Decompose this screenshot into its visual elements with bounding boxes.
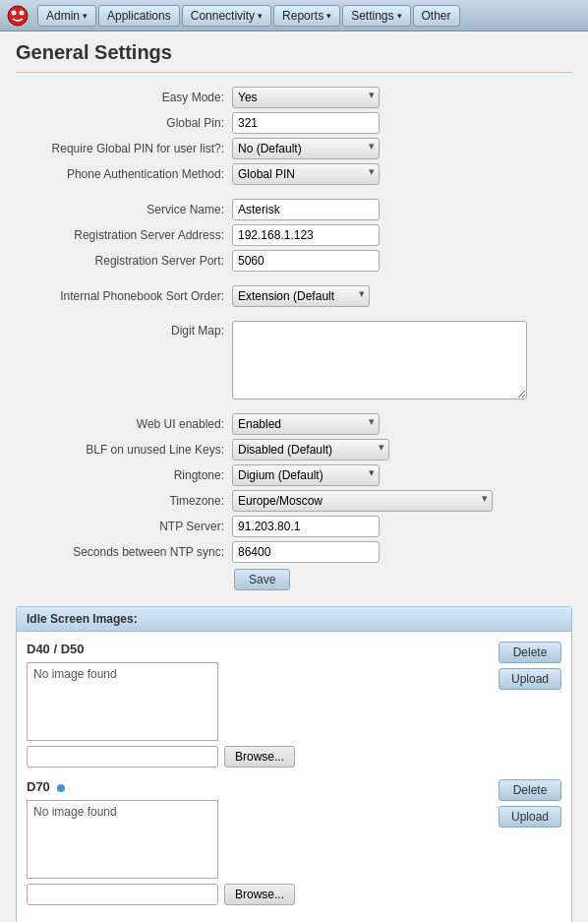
nav-settings[interactable]: Settings ▾ (342, 5, 410, 27)
nav-connectivity[interactable]: Connectivity ▾ (182, 5, 271, 27)
phonebook-sort-wrapper: Extension (Default Name (232, 285, 370, 307)
file-input-d70 (27, 884, 218, 905)
easy-mode-row: Easy Mode: Yes No (16, 87, 572, 108)
phone-auth-row: Phone Authentication Method: Global PIN … (16, 163, 572, 185)
ringtone-row: Ringtone: Digium (Default) None (16, 464, 572, 486)
require-pin-label: Require Global PIN for user list?: (16, 142, 232, 155)
logo (4, 2, 31, 30)
image-preview-d40: No image found (27, 662, 218, 741)
svg-point-0 (8, 6, 28, 26)
easy-mode-label: Easy Mode: (16, 91, 232, 104)
reg-server-label: Registration Server Address: (16, 228, 232, 242)
general-settings-form: Easy Mode: Yes No Global Pin: Require Gl… (16, 87, 572, 590)
ringtone-select-wrapper: Digium (Default) None (232, 464, 380, 486)
blf-row: BLF on unused Line Keys: Disabled (Defau… (16, 439, 572, 461)
chevron-down-icon: ▾ (258, 11, 263, 21)
action-btns-d70: Delete Upload (499, 779, 561, 828)
web-ui-select-wrapper: Enabled Disabled (232, 413, 380, 435)
require-pin-row: Require Global PIN for user list?: No (D… (16, 138, 572, 159)
chevron-down-icon: ▾ (397, 11, 402, 21)
delete-button-d40[interactable]: Delete (499, 642, 561, 663)
ringtone-label: Ringtone: (16, 468, 232, 482)
idle-images-body: D40 / D50 No image found Browse... Delet… (17, 632, 571, 922)
d70-indicator-dot (57, 784, 65, 792)
phonebook-sort-label: Internal Phonebook Sort Order: (16, 289, 232, 303)
easy-mode-select[interactable]: Yes No (232, 87, 380, 108)
timezone-select[interactable]: Europe/Moscow UTC (232, 490, 493, 512)
digit-map-label: Digit Map: (16, 321, 232, 338)
web-ui-row: Web UI enabled: Enabled Disabled (16, 413, 572, 435)
easy-mode-select-wrapper: Yes No (232, 87, 380, 108)
image-group-d70: D70 No image found Browse... Delete (27, 779, 561, 905)
image-preview-d70: No image found (27, 800, 218, 879)
service-name-label: Service Name: (16, 203, 232, 216)
reg-port-input[interactable] (232, 250, 380, 272)
reg-server-row: Registration Server Address: (16, 224, 572, 246)
service-name-input[interactable] (232, 199, 380, 220)
ntp-server-row: NTP Server: (16, 516, 572, 537)
nav-other[interactable]: Other (413, 5, 460, 27)
image-upload-row-d40: Browse... (27, 746, 489, 768)
phonebook-sort-select[interactable]: Extension (Default Name (232, 285, 370, 307)
reg-port-row: Registration Server Port: (16, 250, 572, 272)
file-input-d40 (27, 746, 218, 768)
web-ui-label: Web UI enabled: (16, 417, 232, 431)
ntp-server-input[interactable] (232, 516, 380, 537)
timezone-row: Timezone: Europe/Moscow UTC (16, 490, 572, 512)
ntp-server-label: NTP Server: (16, 520, 232, 533)
phonebook-sort-row: Internal Phonebook Sort Order: Extension… (16, 285, 572, 307)
image-group-d40-d50: D40 / D50 No image found Browse... Delet… (27, 642, 561, 768)
blf-label: BLF on unused Line Keys: (16, 443, 232, 457)
top-nav: Admin ▾ Applications Connectivity ▾ Repo… (0, 0, 588, 31)
image-group-d40-row: D40 / D50 No image found Browse... Delet… (27, 642, 561, 768)
idle-images-section: Idle Screen Images: D40 / D50 No image f… (16, 606, 572, 922)
upload-button-d70[interactable]: Upload (499, 806, 561, 828)
image-group-d40-title: D40 / D50 (27, 642, 489, 656)
require-pin-select-wrapper: No (Default) Yes (232, 138, 380, 159)
global-pin-input[interactable] (232, 112, 380, 134)
svg-point-1 (12, 10, 17, 15)
save-row: Save (16, 569, 572, 590)
image-group-d40-left: D40 / D50 No image found Browse... (27, 642, 489, 768)
reg-port-label: Registration Server Port: (16, 254, 232, 268)
ntp-sync-label: Seconds between NTP sync: (16, 545, 232, 559)
nav-reports[interactable]: Reports ▾ (273, 5, 340, 27)
blf-select-wrapper: Disabled (Default) Enabled (232, 439, 389, 461)
digit-map-textarea[interactable] (232, 321, 527, 400)
phone-auth-label: Phone Authentication Method: (16, 167, 232, 181)
browse-button-d40[interactable]: Browse... (224, 746, 295, 768)
image-group-d70-title: D70 (27, 779, 489, 794)
image-upload-row-d70: Browse... (27, 884, 489, 905)
digit-map-row: Digit Map: (16, 321, 572, 400)
global-pin-row: Global Pin: (16, 112, 572, 134)
nav-admin[interactable]: Admin ▾ (37, 5, 96, 27)
page-title: General Settings (16, 41, 572, 64)
timezone-select-wrapper: Europe/Moscow UTC (232, 490, 493, 512)
ntp-sync-row: Seconds between NTP sync: (16, 541, 572, 563)
ringtone-select[interactable]: Digium (Default) None (232, 464, 380, 486)
reg-server-input[interactable] (232, 224, 380, 246)
phone-auth-select-wrapper: Global PIN None (232, 163, 380, 185)
service-name-row: Service Name: (16, 199, 572, 220)
delete-button-d70[interactable]: Delete (499, 779, 561, 801)
page-content: General Settings Easy Mode: Yes No Globa… (0, 31, 588, 922)
ntp-sync-input[interactable] (232, 541, 380, 563)
phone-auth-select[interactable]: Global PIN None (232, 163, 380, 185)
timezone-label: Timezone: (16, 494, 232, 508)
image-group-d70-left: D70 No image found Browse... (27, 779, 489, 905)
web-ui-select[interactable]: Enabled Disabled (232, 413, 380, 435)
action-btns-d40: Delete Upload (499, 642, 561, 690)
browse-button-d70[interactable]: Browse... (224, 884, 295, 905)
svg-point-2 (20, 10, 25, 15)
idle-images-header: Idle Screen Images: (17, 607, 571, 632)
upload-button-d40[interactable]: Upload (499, 668, 561, 690)
blf-select[interactable]: Disabled (Default) Enabled (232, 439, 389, 461)
chevron-down-icon: ▾ (326, 11, 331, 21)
save-button[interactable]: Save (234, 569, 290, 590)
require-pin-select[interactable]: No (Default) Yes (232, 138, 380, 159)
image-group-d70-row: D70 No image found Browse... Delete (27, 779, 561, 905)
nav-applications[interactable]: Applications (98, 5, 180, 27)
global-pin-label: Global Pin: (16, 116, 232, 130)
chevron-down-icon: ▾ (83, 11, 88, 21)
